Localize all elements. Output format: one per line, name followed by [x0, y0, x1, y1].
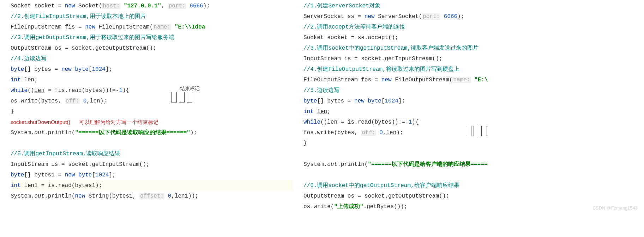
comment-line: //4.创建FileOutputStream,将读取过来的图片写到硬盘上 [303, 64, 639, 75]
comment-line: //4.边读边写 [11, 54, 293, 64]
code-line: } [303, 138, 639, 149]
watermark: CSDN @Fzmeng1543 [592, 203, 638, 213]
code-line-highlighted: int len1 = is.read(bytes1); [11, 180, 293, 191]
code-line: OutputStream os = socket.getOutputStream… [11, 43, 293, 54]
blank-line [11, 138, 293, 149]
code-line: } [11, 106, 293, 117]
code-line: OutputStream os = socket.getOutputStream… [303, 191, 639, 201]
code-line: System.out.println("======以下代码是读取响应的结果==… [11, 127, 293, 138]
code-line: FileOutputStream fos = new FileOutputStr… [303, 75, 639, 85]
code-line: byte[] bytes1 = new byte[1024]; [11, 170, 293, 180]
comment-line: //5.边读边写 [303, 85, 639, 96]
code-line: byte[] bytes = new byte[1024]; [303, 96, 639, 106]
text-cursor [102, 182, 102, 189]
comment-line: //1.创建ServerSocket对象 [303, 1, 639, 11]
server-code-panel: //1.创建ServerSocket对象 ServerSocket ss = n… [293, 0, 639, 216]
while-block: while((len = fis.read(bytes))!=-1){ os.w… [11, 85, 293, 117]
code-line: System.out.println(new String(bytes1, of… [11, 191, 293, 201]
code-line: Socket socket = new Socket(host: "127.0.… [11, 1, 293, 11]
annotation-line: socket.shutDownOutput() 可以理解为给对方写一个结束标记 [11, 117, 293, 127]
shutdown-output-call: socket.shutDownOutput() [11, 119, 70, 125]
code-line: os.write(bytes, off: 0,len); [11, 96, 293, 106]
comment-line: //6.调用socket中的getOutputStream,给客户端响应结果 [303, 180, 639, 191]
blank-line [303, 149, 639, 159]
comment-line: //3.调用getOutputStream,用于将读取过来的图片写给服务端 [11, 32, 293, 43]
code-line: System.out.println("======以下代码是给客户端的响应结果… [303, 159, 639, 170]
while-block: while((len = is.read(bytes))!=-1){ fos.w… [303, 117, 639, 149]
comment-line: //5.调用getInputStream,读取响应结果 [11, 149, 293, 159]
code-comparison: Socket socket = new Socket(host: "127.0.… [0, 0, 644, 216]
code-line: byte[] bytes = new byte[1024]; [11, 64, 293, 75]
code-line: InputStream is = socket.getInputStream()… [303, 54, 639, 64]
code-line: FileInputStream fis = new FileInputStrea… [11, 22, 293, 32]
comment-line: //3.调用socket中的getInputStream,读取客户端发送过来的图… [303, 43, 639, 54]
code-line: os.write("上传成功".getBytes()); [303, 201, 639, 212]
code-line: int len; [11, 75, 293, 85]
blank-line [303, 170, 639, 180]
client-code-panel: Socket socket = new Socket(host: "127.0.… [0, 0, 293, 216]
annotation-note: 可以理解为给对方写一个结束标记 [79, 119, 158, 125]
code-line: while((len = fis.read(bytes))!=-1){ [11, 85, 293, 96]
data-boxes-icon [466, 125, 487, 136]
code-line: int len; [303, 106, 639, 117]
comment-line: //2.调用accept方法等待客户端的连接 [303, 22, 639, 32]
comment-line: //2.创建FileInputStream,用于读取本地上的图片 [11, 11, 293, 22]
code-line: ServerSocket ss = new ServerSocket(port:… [303, 11, 639, 22]
data-boxes-icon [171, 92, 192, 102]
code-line: InputStream is = socket.getInputStream()… [11, 159, 293, 170]
code-line: Socket socket = ss.accept(); [303, 32, 639, 43]
